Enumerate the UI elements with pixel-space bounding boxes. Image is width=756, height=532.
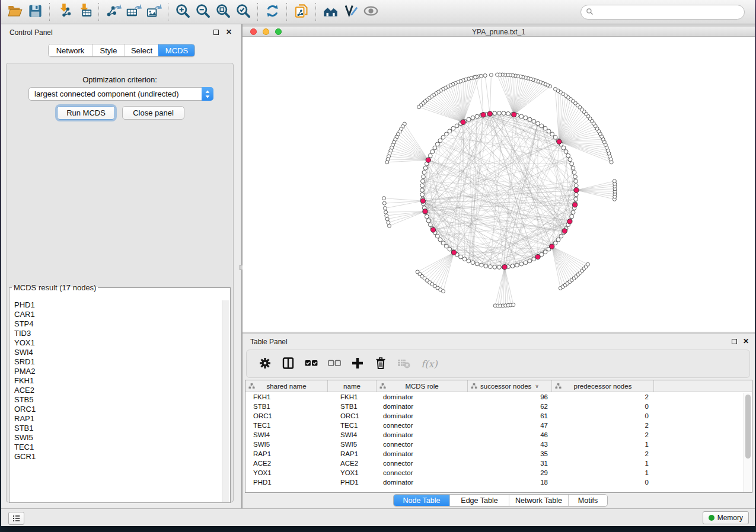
mcds-node[interactable] xyxy=(512,112,516,117)
network-node[interactable] xyxy=(459,255,463,259)
network-node[interactable] xyxy=(554,87,557,91)
network-node[interactable] xyxy=(448,129,452,133)
mcds-node[interactable] xyxy=(420,198,425,203)
network-node[interactable] xyxy=(420,188,425,193)
network-node[interactable] xyxy=(562,146,566,150)
network-node[interactable] xyxy=(388,224,391,227)
network-node[interactable] xyxy=(556,238,560,242)
deselect-all-button[interactable] xyxy=(327,356,342,371)
network-node[interactable] xyxy=(502,111,506,116)
network-node[interactable] xyxy=(511,264,515,268)
mcds-node[interactable] xyxy=(567,219,572,224)
network-node[interactable] xyxy=(428,223,432,227)
network-node[interactable] xyxy=(425,214,429,219)
column-header-name[interactable]: name xyxy=(328,380,377,392)
tab-network-table[interactable]: Network Table xyxy=(509,495,568,506)
network-node[interactable] xyxy=(471,261,475,265)
network-node[interactable] xyxy=(475,262,479,266)
tab-mcds[interactable]: MCDS xyxy=(158,44,194,56)
network-node[interactable] xyxy=(480,74,483,78)
export-table-button[interactable] xyxy=(123,2,143,22)
mcds-result-item[interactable]: STB1 xyxy=(10,424,222,433)
import-table-button[interactable] xyxy=(74,2,94,22)
network-node[interactable] xyxy=(451,126,455,130)
network-node[interactable] xyxy=(444,244,448,248)
zoom-selected-button[interactable] xyxy=(233,2,253,22)
network-node[interactable] xyxy=(385,161,389,164)
network-node[interactable] xyxy=(474,75,477,79)
network-node[interactable] xyxy=(571,166,575,170)
network-node[interactable] xyxy=(435,142,439,146)
refresh-button[interactable] xyxy=(262,2,282,22)
tab-motifs[interactable]: Motifs xyxy=(568,495,607,506)
table-row[interactable]: ACE2ACE2connector311 xyxy=(245,459,752,468)
mcds-node[interactable] xyxy=(451,250,456,255)
zoom-in-button[interactable] xyxy=(173,2,193,22)
network-node[interactable] xyxy=(438,238,442,242)
network-node[interactable] xyxy=(423,166,428,170)
optimization-criterion-dropdown[interactable]: largest connected component (undirected) xyxy=(28,87,213,101)
mcds-node[interactable] xyxy=(423,209,428,214)
network-node[interactable] xyxy=(484,264,488,268)
network-node[interactable] xyxy=(570,162,574,166)
mcds-result-item[interactable]: FKH1 xyxy=(10,376,222,386)
column-header-shared-name[interactable]: shared name xyxy=(245,380,328,392)
network-node[interactable] xyxy=(574,197,578,201)
network-node[interactable] xyxy=(430,150,435,154)
run-mcds-button[interactable]: Run MCDS xyxy=(57,106,115,120)
network-node[interactable] xyxy=(382,197,386,200)
mcds-node[interactable] xyxy=(481,113,486,117)
network-node[interactable] xyxy=(471,116,475,120)
mcds-result-item[interactable]: TID3 xyxy=(10,329,222,338)
network-node[interactable] xyxy=(574,180,578,184)
network-node[interactable] xyxy=(385,217,389,221)
mcds-node[interactable] xyxy=(572,203,577,207)
network-graph[interactable] xyxy=(243,37,755,332)
tab-select[interactable]: Select xyxy=(125,44,158,56)
style-pen-button[interactable] xyxy=(340,2,361,22)
column-header-predecessor-nodes[interactable]: predecessor nodes xyxy=(552,380,654,392)
export-image-button[interactable] xyxy=(143,2,164,22)
eye-hide-button[interactable] xyxy=(361,2,381,22)
mcds-node[interactable] xyxy=(535,254,540,259)
network-node[interactable] xyxy=(524,116,528,120)
export-network-button[interactable] xyxy=(103,2,123,22)
network-node[interactable] xyxy=(387,221,390,225)
network-node[interactable] xyxy=(540,124,544,128)
network-node[interactable] xyxy=(475,114,479,118)
table-row[interactable]: PHD1PHD1dominator180 xyxy=(245,477,752,487)
select-all-button[interactable] xyxy=(304,356,319,371)
save-button[interactable] xyxy=(25,2,45,22)
network-node[interactable] xyxy=(574,193,578,197)
network-node[interactable] xyxy=(444,132,448,136)
network-node[interactable] xyxy=(442,290,445,293)
network-node[interactable] xyxy=(417,105,421,109)
network-node[interactable] xyxy=(528,259,532,263)
network-node[interactable] xyxy=(421,180,425,184)
mcds-node[interactable] xyxy=(550,244,554,249)
network-node[interactable] xyxy=(543,126,547,130)
tab-edge-table[interactable]: Edge Table xyxy=(449,495,509,506)
table-row[interactable]: ORC1ORC1dominator610 xyxy=(245,411,752,421)
network-node[interactable] xyxy=(571,210,575,214)
table-row[interactable]: SWI4SWI4dominator462 xyxy=(245,430,752,440)
network-node[interactable] xyxy=(448,247,452,251)
mcds-node[interactable] xyxy=(426,158,430,162)
tab-node-table[interactable]: Node Table xyxy=(394,495,449,506)
mcds-node[interactable] xyxy=(487,111,492,116)
network-node[interactable] xyxy=(519,262,524,266)
network-node[interactable] xyxy=(384,210,388,214)
table-float-icon[interactable] xyxy=(732,339,737,344)
mcds-result-item[interactable]: SRD1 xyxy=(10,357,222,367)
mcds-node[interactable] xyxy=(574,188,579,193)
network-node[interactable] xyxy=(559,234,563,238)
network-node[interactable] xyxy=(497,265,502,270)
mcds-node[interactable] xyxy=(557,139,562,144)
network-node[interactable] xyxy=(385,214,388,217)
table-row[interactable]: RAP1RAP1dominator352 xyxy=(245,449,752,459)
tab-style[interactable]: Style xyxy=(92,44,125,56)
network-node[interactable] xyxy=(382,201,386,205)
network-node[interactable] xyxy=(497,111,502,116)
mcds-node[interactable] xyxy=(461,120,465,124)
network-node[interactable] xyxy=(547,129,551,133)
